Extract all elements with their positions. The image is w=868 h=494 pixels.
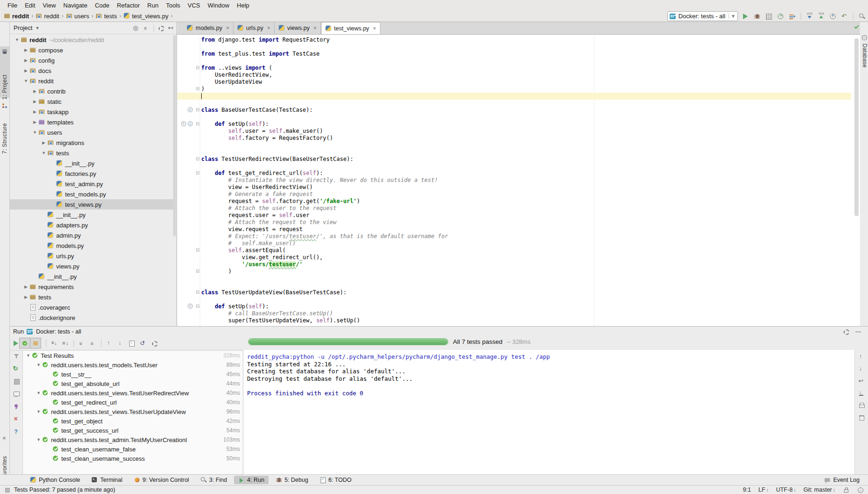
menu-vcs[interactable]: VCS bbox=[184, 1, 204, 10]
test-history-icon[interactable] bbox=[140, 340, 146, 347]
show-passed-toggle[interactable] bbox=[19, 338, 30, 349]
console-output[interactable]: reddit_pycha:python -u /opt/.pycharm_hel… bbox=[243, 350, 854, 475]
run-settings-icon[interactable] bbox=[843, 328, 849, 335]
tree-item[interactable]: ▼users bbox=[10, 127, 177, 138]
menu-code[interactable]: Code bbox=[91, 1, 113, 10]
tool-tab-9-version-control[interactable]: 9: Version Control bbox=[130, 476, 193, 484]
locate-file-icon[interactable] bbox=[133, 25, 139, 31]
collapse-arrow-icon[interactable]: ▼ bbox=[35, 409, 42, 414]
fold-marker-icon[interactable]: − bbox=[196, 66, 199, 69]
fold-marker-icon[interactable]: − bbox=[196, 157, 199, 160]
expand-arrow-icon[interactable]: ▶ bbox=[31, 99, 38, 104]
tree-item[interactable]: adapters.py bbox=[10, 220, 177, 230]
expand-arrow-icon[interactable]: ▶ bbox=[22, 295, 29, 299]
tree-item[interactable]: ▶taskapp bbox=[10, 107, 177, 117]
tree-item[interactable]: test_views.py bbox=[10, 199, 177, 210]
fold-marker-icon[interactable]: − bbox=[196, 108, 199, 111]
tree-item[interactable]: ▶migrations bbox=[10, 138, 177, 148]
menu-edit[interactable]: Edit bbox=[21, 1, 39, 10]
previous-failed-test-icon[interactable] bbox=[106, 340, 113, 347]
pin-tab-icon[interactable] bbox=[13, 403, 20, 410]
tree-item[interactable]: ▶config bbox=[10, 55, 177, 65]
inspections-ok-icon[interactable] bbox=[854, 24, 859, 29]
fold-marker-icon[interactable]: − bbox=[196, 122, 199, 125]
show-statistics-icon[interactable] bbox=[13, 391, 20, 397]
override-up-marker-icon[interactable]: ↑ bbox=[188, 304, 193, 309]
tree-item[interactable]: ▼reddit~/cookiecutter/reddit bbox=[10, 35, 177, 45]
search-everywhere-icon[interactable] bbox=[859, 13, 865, 20]
tree-item[interactable]: models.py bbox=[10, 240, 177, 251]
menu-view[interactable]: View bbox=[39, 1, 59, 10]
collapse-arrow-icon[interactable]: ▼ bbox=[31, 130, 38, 135]
tree-item[interactable]: .coveragerc bbox=[10, 302, 177, 312]
fold-marker-icon[interactable]: − bbox=[196, 305, 199, 308]
tool-tab-5-debug[interactable]: 5: Debug bbox=[271, 476, 313, 484]
tool-tab-python-console[interactable]: Python Console bbox=[26, 476, 84, 484]
sort-alphabetically-icon[interactable] bbox=[51, 340, 58, 347]
tree-item[interactable]: ▶static bbox=[10, 96, 177, 107]
expand-arrow-icon[interactable]: ▶ bbox=[22, 58, 29, 63]
breadcrumb-item[interactable]: users bbox=[66, 13, 89, 20]
tree-item[interactable]: ▶compose bbox=[10, 45, 177, 55]
lock-icon[interactable] bbox=[843, 487, 849, 493]
breadcrumb-item[interactable]: reddit bbox=[36, 13, 59, 20]
chevron-down-icon[interactable]: ▼ bbox=[35, 26, 39, 30]
print-icon[interactable] bbox=[858, 402, 865, 409]
expand-all-icon[interactable] bbox=[79, 340, 85, 347]
tool-tab-4-run[interactable]: 4: Run bbox=[234, 476, 269, 484]
test-result-row[interactable]: test_get_absolute_url44ms bbox=[23, 379, 243, 388]
override-up-marker-icon[interactable]: ↑ bbox=[181, 121, 186, 126]
tree-item[interactable]: __init__.py bbox=[10, 158, 177, 168]
collapse-arrow-icon[interactable]: ▼ bbox=[25, 353, 32, 358]
tree-item[interactable]: __init__.py bbox=[10, 210, 177, 220]
collapse-arrow-icon[interactable]: ▼ bbox=[14, 37, 21, 42]
test-result-row[interactable]: ▼reddit.users.tests.test_views.TestUserR… bbox=[23, 388, 243, 398]
rerun-failed-tests-icon[interactable] bbox=[13, 365, 20, 372]
expand-arrow-icon[interactable]: ▶ bbox=[31, 109, 38, 114]
collapse-arrow-icon[interactable]: ▼ bbox=[35, 437, 42, 442]
test-result-row[interactable]: test_clean_username_success50ms bbox=[23, 454, 243, 463]
fold-marker-icon[interactable]: − bbox=[196, 171, 199, 174]
menu-help[interactable]: Help bbox=[233, 1, 253, 10]
test-result-row[interactable]: ▼reddit.users.tests.test_views.TestUserU… bbox=[23, 407, 243, 416]
collapse-arrow-icon[interactable]: ▼ bbox=[22, 79, 29, 83]
test-result-row[interactable]: test__str__45ms bbox=[23, 370, 243, 379]
filter-tests-icon[interactable] bbox=[13, 353, 20, 359]
test-result-row[interactable]: ▼reddit.users.tests.test_admin.TestMyUse… bbox=[23, 435, 243, 444]
editor-tab[interactable]: views.py× bbox=[275, 22, 321, 34]
expand-arrow-icon[interactable]: ▶ bbox=[40, 140, 47, 145]
update-project-icon[interactable] bbox=[806, 13, 813, 20]
test-result-row[interactable]: test_get_redirect_url40ms bbox=[23, 398, 243, 407]
tool-tab-terminal[interactable]: Terminal bbox=[87, 476, 126, 484]
close-icon[interactable]: × bbox=[226, 25, 229, 31]
next-failed-test-icon[interactable] bbox=[117, 340, 124, 347]
collapse-arrow-icon[interactable]: ▼ bbox=[35, 363, 42, 367]
test-result-row[interactable]: test_clean_username_false53ms bbox=[23, 444, 243, 454]
expand-arrow-icon[interactable]: ▶ bbox=[22, 68, 29, 73]
tree-item[interactable]: ▼tests bbox=[10, 148, 177, 158]
debug-icon[interactable] bbox=[754, 13, 760, 20]
commit-changes-icon[interactable] bbox=[818, 13, 824, 20]
collapse-arrow-icon[interactable]: ▼ bbox=[35, 391, 42, 395]
breadcrumb-item[interactable]: reddit bbox=[4, 13, 29, 20]
run-test-marker-icon[interactable]: ↓ bbox=[188, 107, 193, 112]
fold-marker-icon[interactable]: − bbox=[196, 87, 199, 90]
menu-navigate[interactable]: Navigate bbox=[59, 1, 91, 10]
tree-item[interactable]: test_models.py bbox=[10, 189, 177, 199]
editor-tab[interactable]: models.py× bbox=[183, 22, 233, 34]
test-result-row[interactable]: test_get_success_url54ms bbox=[23, 426, 243, 435]
run-with-coverage-icon[interactable] bbox=[766, 13, 772, 20]
hide-panel-icon[interactable] bbox=[168, 25, 175, 31]
editor-scrollbar[interactable] bbox=[854, 38, 859, 216]
hide-run-panel-icon[interactable] bbox=[855, 328, 861, 335]
expand-arrow-icon[interactable]: ▶ bbox=[22, 284, 29, 289]
event-log-button[interactable]: Event Log bbox=[824, 477, 868, 483]
fold-marker-icon[interactable]: − bbox=[196, 291, 199, 294]
tree-item[interactable]: test_admin.py bbox=[10, 179, 177, 189]
run-test-marker-icon[interactable]: ↓ bbox=[188, 121, 193, 126]
collapse-all-icon[interactable] bbox=[90, 340, 96, 347]
editor-tab[interactable]: urls.py× bbox=[233, 22, 275, 34]
close-icon[interactable]: × bbox=[314, 25, 317, 31]
file-encoding[interactable]: UTF-8↕ bbox=[776, 487, 795, 493]
collapse-arrow-icon[interactable]: ▼ bbox=[40, 151, 47, 155]
